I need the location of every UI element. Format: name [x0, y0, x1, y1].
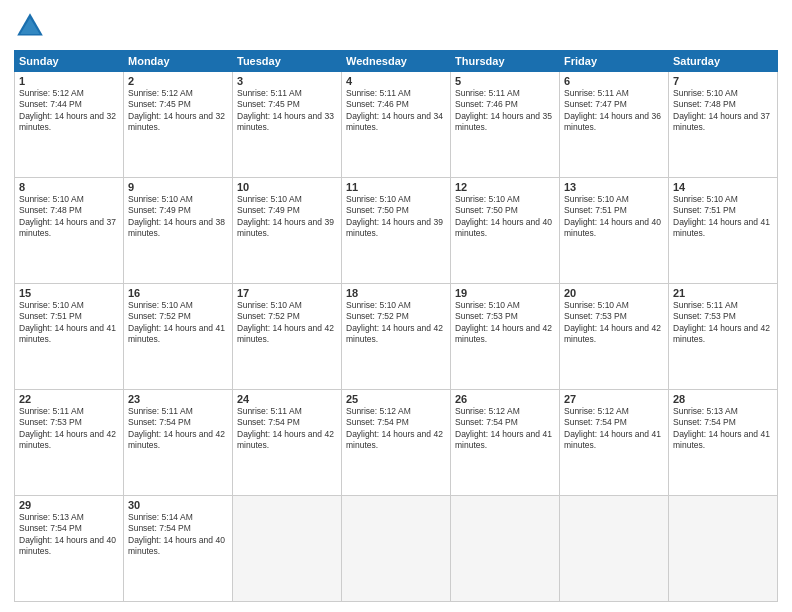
cell-text: Sunrise: 5:10 AMSunset: 7:52 PMDaylight:… — [346, 300, 443, 344]
page: Sunday Monday Tuesday Wednesday Thursday… — [0, 0, 792, 612]
day-number: 13 — [564, 181, 664, 193]
day-number: 11 — [346, 181, 446, 193]
cell-text: Sunrise: 5:10 AMSunset: 7:53 PMDaylight:… — [455, 300, 552, 344]
table-row: 19Sunrise: 5:10 AMSunset: 7:53 PMDayligh… — [451, 284, 560, 390]
day-number: 25 — [346, 393, 446, 405]
table-row: 18Sunrise: 5:10 AMSunset: 7:52 PMDayligh… — [342, 284, 451, 390]
col-saturday: Saturday — [669, 51, 778, 72]
table-row: 15Sunrise: 5:10 AMSunset: 7:51 PMDayligh… — [15, 284, 124, 390]
table-row: 24Sunrise: 5:11 AMSunset: 7:54 PMDayligh… — [233, 390, 342, 496]
col-monday: Monday — [124, 51, 233, 72]
header — [14, 10, 778, 42]
day-number: 12 — [455, 181, 555, 193]
col-wednesday: Wednesday — [342, 51, 451, 72]
table-row: 13Sunrise: 5:10 AMSunset: 7:51 PMDayligh… — [560, 178, 669, 284]
calendar-header-row: Sunday Monday Tuesday Wednesday Thursday… — [15, 51, 778, 72]
cell-text: Sunrise: 5:11 AMSunset: 7:46 PMDaylight:… — [346, 88, 443, 132]
day-number: 7 — [673, 75, 773, 87]
day-number: 3 — [237, 75, 337, 87]
day-number: 29 — [19, 499, 119, 511]
table-row: 10Sunrise: 5:10 AMSunset: 7:49 PMDayligh… — [233, 178, 342, 284]
table-row — [233, 496, 342, 602]
table-row: 23Sunrise: 5:11 AMSunset: 7:54 PMDayligh… — [124, 390, 233, 496]
cell-text: Sunrise: 5:10 AMSunset: 7:51 PMDaylight:… — [673, 194, 770, 238]
calendar-week-row: 29Sunrise: 5:13 AMSunset: 7:54 PMDayligh… — [15, 496, 778, 602]
table-row: 2Sunrise: 5:12 AMSunset: 7:45 PMDaylight… — [124, 72, 233, 178]
table-row: 5Sunrise: 5:11 AMSunset: 7:46 PMDaylight… — [451, 72, 560, 178]
calendar-week-row: 22Sunrise: 5:11 AMSunset: 7:53 PMDayligh… — [15, 390, 778, 496]
cell-text: Sunrise: 5:10 AMSunset: 7:50 PMDaylight:… — [455, 194, 552, 238]
table-row: 17Sunrise: 5:10 AMSunset: 7:52 PMDayligh… — [233, 284, 342, 390]
table-row: 25Sunrise: 5:12 AMSunset: 7:54 PMDayligh… — [342, 390, 451, 496]
logo — [14, 10, 50, 42]
calendar-week-row: 8Sunrise: 5:10 AMSunset: 7:48 PMDaylight… — [15, 178, 778, 284]
cell-text: Sunrise: 5:10 AMSunset: 7:48 PMDaylight:… — [673, 88, 770, 132]
cell-text: Sunrise: 5:12 AMSunset: 7:54 PMDaylight:… — [346, 406, 443, 450]
table-row: 22Sunrise: 5:11 AMSunset: 7:53 PMDayligh… — [15, 390, 124, 496]
day-number: 27 — [564, 393, 664, 405]
day-number: 8 — [19, 181, 119, 193]
table-row: 9Sunrise: 5:10 AMSunset: 7:49 PMDaylight… — [124, 178, 233, 284]
table-row: 1Sunrise: 5:12 AMSunset: 7:44 PMDaylight… — [15, 72, 124, 178]
day-number: 21 — [673, 287, 773, 299]
cell-text: Sunrise: 5:11 AMSunset: 7:45 PMDaylight:… — [237, 88, 334, 132]
calendar-week-row: 1Sunrise: 5:12 AMSunset: 7:44 PMDaylight… — [15, 72, 778, 178]
day-number: 18 — [346, 287, 446, 299]
day-number: 1 — [19, 75, 119, 87]
day-number: 14 — [673, 181, 773, 193]
day-number: 23 — [128, 393, 228, 405]
col-sunday: Sunday — [15, 51, 124, 72]
table-row: 8Sunrise: 5:10 AMSunset: 7:48 PMDaylight… — [15, 178, 124, 284]
calendar: Sunday Monday Tuesday Wednesday Thursday… — [14, 50, 778, 602]
table-row: 14Sunrise: 5:10 AMSunset: 7:51 PMDayligh… — [669, 178, 778, 284]
table-row — [560, 496, 669, 602]
table-row: 21Sunrise: 5:11 AMSunset: 7:53 PMDayligh… — [669, 284, 778, 390]
day-number: 24 — [237, 393, 337, 405]
logo-icon — [14, 10, 46, 42]
table-row: 4Sunrise: 5:11 AMSunset: 7:46 PMDaylight… — [342, 72, 451, 178]
day-number: 17 — [237, 287, 337, 299]
cell-text: Sunrise: 5:10 AMSunset: 7:50 PMDaylight:… — [346, 194, 443, 238]
cell-text: Sunrise: 5:13 AMSunset: 7:54 PMDaylight:… — [19, 512, 116, 556]
day-number: 26 — [455, 393, 555, 405]
table-row: 30Sunrise: 5:14 AMSunset: 7:54 PMDayligh… — [124, 496, 233, 602]
col-thursday: Thursday — [451, 51, 560, 72]
day-number: 16 — [128, 287, 228, 299]
cell-text: Sunrise: 5:11 AMSunset: 7:54 PMDaylight:… — [237, 406, 334, 450]
day-number: 5 — [455, 75, 555, 87]
day-number: 4 — [346, 75, 446, 87]
col-friday: Friday — [560, 51, 669, 72]
day-number: 2 — [128, 75, 228, 87]
cell-text: Sunrise: 5:10 AMSunset: 7:52 PMDaylight:… — [128, 300, 225, 344]
day-number: 15 — [19, 287, 119, 299]
calendar-week-row: 15Sunrise: 5:10 AMSunset: 7:51 PMDayligh… — [15, 284, 778, 390]
table-row: 20Sunrise: 5:10 AMSunset: 7:53 PMDayligh… — [560, 284, 669, 390]
cell-text: Sunrise: 5:11 AMSunset: 7:46 PMDaylight:… — [455, 88, 552, 132]
cell-text: Sunrise: 5:12 AMSunset: 7:54 PMDaylight:… — [455, 406, 552, 450]
table-row — [669, 496, 778, 602]
day-number: 30 — [128, 499, 228, 511]
table-row: 27Sunrise: 5:12 AMSunset: 7:54 PMDayligh… — [560, 390, 669, 496]
table-row: 11Sunrise: 5:10 AMSunset: 7:50 PMDayligh… — [342, 178, 451, 284]
cell-text: Sunrise: 5:11 AMSunset: 7:54 PMDaylight:… — [128, 406, 225, 450]
table-row — [342, 496, 451, 602]
table-row: 28Sunrise: 5:13 AMSunset: 7:54 PMDayligh… — [669, 390, 778, 496]
cell-text: Sunrise: 5:13 AMSunset: 7:54 PMDaylight:… — [673, 406, 770, 450]
cell-text: Sunrise: 5:11 AMSunset: 7:53 PMDaylight:… — [19, 406, 116, 450]
table-row: 12Sunrise: 5:10 AMSunset: 7:50 PMDayligh… — [451, 178, 560, 284]
cell-text: Sunrise: 5:11 AMSunset: 7:47 PMDaylight:… — [564, 88, 661, 132]
cell-text: Sunrise: 5:10 AMSunset: 7:51 PMDaylight:… — [19, 300, 116, 344]
day-number: 9 — [128, 181, 228, 193]
day-number: 6 — [564, 75, 664, 87]
table-row — [451, 496, 560, 602]
day-number: 19 — [455, 287, 555, 299]
cell-text: Sunrise: 5:10 AMSunset: 7:48 PMDaylight:… — [19, 194, 116, 238]
cell-text: Sunrise: 5:12 AMSunset: 7:54 PMDaylight:… — [564, 406, 661, 450]
table-row: 3Sunrise: 5:11 AMSunset: 7:45 PMDaylight… — [233, 72, 342, 178]
col-tuesday: Tuesday — [233, 51, 342, 72]
cell-text: Sunrise: 5:10 AMSunset: 7:51 PMDaylight:… — [564, 194, 661, 238]
cell-text: Sunrise: 5:12 AMSunset: 7:44 PMDaylight:… — [19, 88, 116, 132]
table-row: 16Sunrise: 5:10 AMSunset: 7:52 PMDayligh… — [124, 284, 233, 390]
cell-text: Sunrise: 5:11 AMSunset: 7:53 PMDaylight:… — [673, 300, 770, 344]
cell-text: Sunrise: 5:10 AMSunset: 7:49 PMDaylight:… — [237, 194, 334, 238]
